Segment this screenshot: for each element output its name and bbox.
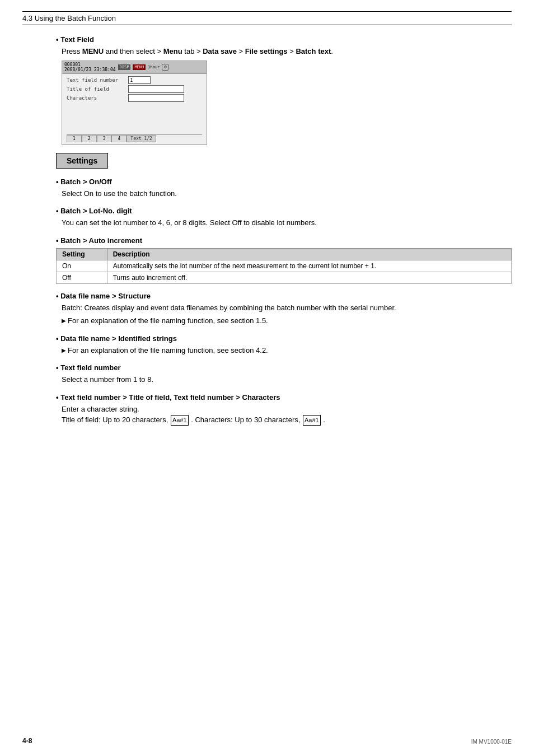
hour-icon: 1hour	[148, 65, 160, 69]
bullet-title-batch-on-off: Batch > On/Off	[56, 178, 512, 186]
screen-row-2: Title of field	[67, 85, 202, 93]
table-head: Setting Description	[57, 248, 512, 260]
menu-keyword: MENU	[82, 47, 104, 55]
screen-value-2	[128, 85, 184, 93]
bullet-title-lot-no: Batch > Lot-No. digit	[56, 207, 512, 215]
screen-label-1: Text field number	[67, 77, 128, 83]
table-header-row: Setting Description	[57, 248, 512, 260]
col-setting: Setting	[57, 248, 107, 260]
screen-body: Text field number 1 Title of field Chara…	[62, 74, 207, 144]
table-body: On Automatically sets the lot number of …	[57, 260, 512, 283]
auto-increment-table: Setting Description On Automatically set…	[56, 248, 512, 284]
screen-value-1: 1	[128, 76, 151, 84]
bullet-body-lot-no: You can set the lot number to 4, 6, or 8…	[56, 217, 512, 228]
setting-on: On	[57, 260, 107, 272]
bullet-item-structure: Data file name > Structure Batch: Create…	[56, 292, 512, 326]
footer-label: IM MV1000-01E	[471, 739, 512, 745]
table-row: Off Turns auto increment off.	[57, 272, 512, 283]
bullet-item-lot-no: Batch > Lot-No. digit You can set the lo…	[56, 207, 512, 228]
screen-address: 000001 2008/01/23 23:38:04	[64, 62, 116, 72]
enter-char-string: Enter a character string.	[62, 405, 139, 413]
bullet-body-text-field: Press MENU and then select > Menu tab > …	[56, 46, 512, 57]
screen-tab-1[interactable]: 1	[67, 135, 82, 142]
arrow-bullet-identified: For an explanation of the file naming fu…	[56, 345, 512, 356]
page-number: 4-8	[22, 737, 32, 745]
page-container: 4.3 Using the Batch Function Text Field …	[0, 0, 534, 756]
bullet-item-auto-increment: Batch > Auto increment Setting Descripti…	[56, 236, 512, 284]
main-content: Text Field Press MENU and then select > …	[22, 35, 512, 426]
bullet-item-tfn: Text field number Select a number from 1…	[56, 363, 512, 385]
circle-icon: ⊙	[162, 64, 168, 71]
arrow-bullet-structure: For an explanation of the file naming fu…	[56, 315, 512, 326]
menu-icon: MENU	[133, 64, 146, 70]
batch-text-keyword: Batch text	[296, 47, 331, 55]
section-title: 4.3 Using the Batch Function	[22, 14, 116, 22]
file-settings-keyword: File settings	[245, 47, 288, 55]
screen-tabs: 1 2 3 4 Text 1/2	[67, 134, 202, 142]
badge-1: Aa#1	[171, 415, 189, 426]
screen-row-1: Text field number 1	[67, 76, 202, 84]
bullet-item-text-field: Text Field Press MENU and then select > …	[56, 35, 512, 145]
bullet-title-tfn: Text field number	[56, 363, 512, 372]
desc-off: Turns auto increment off.	[107, 272, 511, 283]
bullet-body-batch-on-off: Select On to use the batch function.	[56, 188, 512, 199]
screen-mockup: 000001 2008/01/23 23:38:04 DISP MENU 1ho…	[62, 60, 207, 145]
screen-tab-text: Text 1/2	[127, 135, 156, 142]
settings-label: Settings	[67, 156, 97, 165]
section-header: 4.3 Using the Batch Function	[22, 11, 512, 25]
period-text: .	[323, 416, 325, 424]
settings-box: Settings	[56, 153, 108, 169]
bullet-body-tf-chars: Enter a character string. Title of field…	[56, 404, 512, 426]
screen-tab-2[interactable]: 2	[82, 135, 97, 142]
bullet-title-tf-chars: Text field number > Title of field, Text…	[56, 393, 512, 402]
desc-on: Automatically sets the lot number of the…	[107, 260, 511, 272]
bullet-title-text-field: Text Field	[56, 35, 512, 44]
col-description: Description	[107, 248, 511, 260]
screen-top-bar: 000001 2008/01/23 23:38:04 DISP MENU 1ho…	[62, 61, 207, 74]
title-of-field-text: Title of field: Up to 20 characters,	[62, 416, 168, 424]
bullet-item-identified: Data file name > Identified strings For …	[56, 334, 512, 356]
chars-text: . Characters: Up to 30 characters,	[191, 416, 300, 424]
disp-icon: DISP	[118, 64, 131, 70]
screen-row-3: Characters	[67, 94, 202, 102]
bullet-title-auto-increment: Batch > Auto increment	[56, 236, 512, 245]
menu-tab-keyword: Menu	[163, 47, 182, 55]
screen-value-3	[128, 94, 184, 102]
bullet-title-structure: Data file name > Structure	[56, 292, 512, 300]
data-save-keyword: Data save	[203, 47, 237, 55]
bullet-body-tfn: Select a number from 1 to 8.	[56, 374, 512, 385]
screen-label-3: Characters	[67, 95, 128, 101]
screen-tab-4[interactable]: 4	[111, 135, 127, 142]
screen-tab-3[interactable]: 3	[97, 135, 112, 142]
screen-label-2: Title of field	[67, 86, 128, 92]
table-row: On Automatically sets the lot number of …	[57, 260, 512, 272]
bullet-body-structure: Batch: Creates display and event data fi…	[56, 302, 512, 314]
screen-blank-area	[67, 103, 202, 131]
bullet-title-identified: Data file name > Identified strings	[56, 334, 512, 343]
setting-off: Off	[57, 272, 107, 283]
badge-2: Aa#1	[303, 415, 321, 426]
bullet-item-tf-chars: Text field number > Title of field, Text…	[56, 393, 512, 426]
bullet-item-batch-on-off: Batch > On/Off Select On to use the batc…	[56, 178, 512, 199]
